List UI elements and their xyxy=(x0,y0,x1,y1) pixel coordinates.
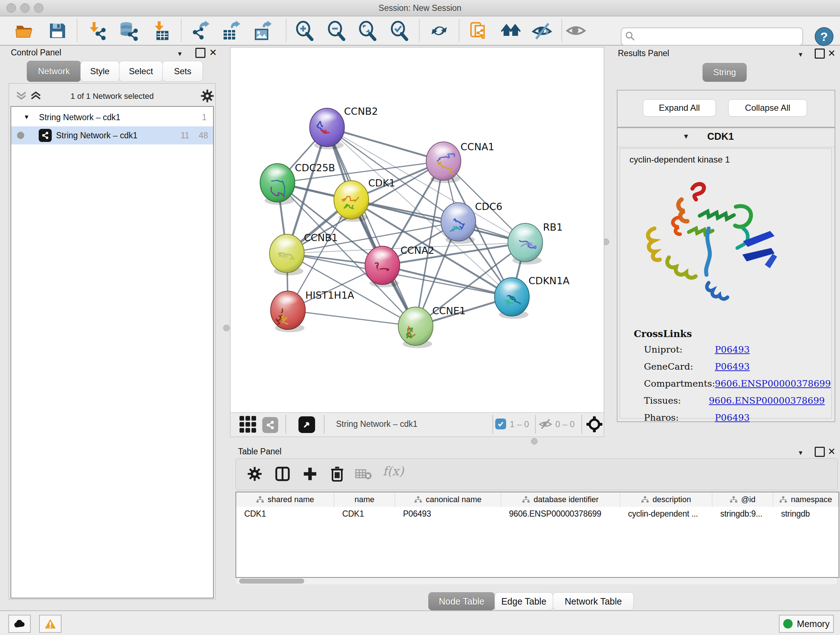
delete-column-trash-icon[interactable] xyxy=(329,464,345,483)
column-header-description[interactable]: description xyxy=(620,492,712,507)
node-CDK1[interactable] xyxy=(334,181,369,222)
crosslink-link[interactable]: 9606.ENSP00000378699 xyxy=(715,378,831,389)
toolbar-separator xyxy=(181,19,182,42)
table-panel-float-icon[interactable] xyxy=(815,447,825,457)
crosslink-link[interactable]: P06493 xyxy=(715,412,750,423)
title-bar: Session: New Session xyxy=(0,0,840,16)
crosslink-link[interactable]: 9606.ENSP00000378699 xyxy=(709,395,825,406)
hidden-count: 0 – 0 xyxy=(555,419,575,429)
column-header-label: @id xyxy=(741,495,755,504)
node-CDC25B[interactable] xyxy=(260,164,295,205)
table-settings-gear-icon[interactable] xyxy=(247,466,263,482)
column-header-canonical-name[interactable]: canonical name xyxy=(395,492,501,507)
results-panel-collapse-icon[interactable]: ▾ xyxy=(799,50,802,59)
table-panel-collapse-icon[interactable]: ▾ xyxy=(799,448,802,457)
toolbar-separator xyxy=(459,19,459,42)
node-CCNE1[interactable] xyxy=(398,307,433,348)
new-network-from-selection-icon[interactable] xyxy=(468,20,490,42)
horizontal-splitter-handle[interactable] xyxy=(531,438,538,445)
edge-CCNB2-CCNA1[interactable] xyxy=(327,127,444,161)
node-HIST1H1A[interactable] xyxy=(271,291,305,333)
save-session-icon[interactable] xyxy=(46,20,68,42)
gene-collapse-arrow-icon[interactable]: ▼ xyxy=(683,133,690,141)
apply-layout-icon[interactable] xyxy=(428,20,450,42)
control-panel-float-icon[interactable] xyxy=(195,48,205,58)
column-header--id[interactable]: @id xyxy=(712,492,773,507)
network-row-selected[interactable]: String Network – cdk1 11 48 xyxy=(11,126,213,144)
export-image-icon[interactable] xyxy=(252,20,273,42)
warnings-button[interactable] xyxy=(39,615,62,633)
column-header-label: name xyxy=(355,495,374,504)
node-CCNB2[interactable] xyxy=(309,108,344,149)
tab-network[interactable]: Network xyxy=(27,61,81,82)
scrollbar-thumb[interactable] xyxy=(239,578,304,584)
table-horizontal-scrollbar[interactable] xyxy=(236,578,837,584)
column-header-shared-name[interactable]: shared name xyxy=(236,492,334,507)
network-canvas[interactable]: CCNB2CCNA1CDC25BCDK1CDC6RB1CCNB1CCNA2CDK… xyxy=(230,47,604,413)
show-columns-icon[interactable] xyxy=(274,465,291,483)
network-options-gear-icon[interactable] xyxy=(200,89,215,103)
import-network-database-icon[interactable] xyxy=(118,20,139,42)
search-box xyxy=(621,27,803,46)
tab-select[interactable]: Select xyxy=(119,61,163,82)
column-header-namespace[interactable]: namespace xyxy=(773,492,838,507)
left-splitter-handle[interactable] xyxy=(223,325,230,331)
hidden-eye-icon[interactable] xyxy=(538,418,553,432)
node-CCNA2[interactable] xyxy=(365,246,400,287)
cloud-button[interactable] xyxy=(8,615,31,633)
tab-node-table[interactable]: Node Table xyxy=(428,592,495,610)
tab-network-table[interactable]: Network Table xyxy=(553,592,634,610)
crosslink-link[interactable]: P06493 xyxy=(715,344,750,355)
import-table-file-icon[interactable] xyxy=(151,20,173,42)
export-network-icon[interactable] xyxy=(189,20,211,42)
table-panel-close-icon[interactable]: ✕ xyxy=(828,446,836,457)
table-cell: stringdb:9... xyxy=(712,507,773,521)
node-RB1[interactable] xyxy=(508,223,543,264)
table-row[interactable]: CDK1CDK1P064939606.ENSP00000378699cyclin… xyxy=(236,507,838,521)
node-CCNA1[interactable] xyxy=(426,142,461,183)
column-header-database-identifier[interactable]: database identifier xyxy=(501,492,620,507)
expand-all-button[interactable]: Expand All xyxy=(643,99,716,117)
selected-checkbox-icon[interactable] xyxy=(495,418,506,429)
results-panel-close-icon[interactable]: ✕ xyxy=(828,48,836,59)
network-share-view-icon[interactable] xyxy=(262,417,278,433)
edge-CCNE1-HIST1H1A[interactable] xyxy=(288,310,416,326)
houses-icon[interactable] xyxy=(500,20,522,42)
control-panel-collapse-icon[interactable]: ▾ xyxy=(178,49,182,58)
tab-string[interactable]: String xyxy=(703,63,747,82)
table-cell: P06493 xyxy=(395,507,501,521)
open-in-window-icon[interactable] xyxy=(298,416,315,433)
fit-content-icon[interactable] xyxy=(357,20,378,42)
function-builder-fx: f(x) xyxy=(383,464,404,478)
tab-edge-table[interactable]: Edge Table xyxy=(494,592,553,610)
crosslink-link[interactable]: P06493 xyxy=(715,361,750,372)
results-panel-float-icon[interactable] xyxy=(815,49,825,59)
grid-view-icon[interactable] xyxy=(238,414,258,434)
node-CCNB1[interactable] xyxy=(270,234,304,276)
zoom-in-icon[interactable] xyxy=(294,20,316,42)
tab-style[interactable]: Style xyxy=(80,61,119,82)
add-column-plus-icon[interactable] xyxy=(302,465,318,483)
export-table-icon[interactable] xyxy=(220,20,242,42)
network-graph[interactable]: CCNB2CCNA1CDC25BCDK1CDC6RB1CCNB1CCNA2CDK… xyxy=(231,48,604,412)
zoom-out-icon[interactable] xyxy=(325,20,347,42)
show-all-eye-icon[interactable] xyxy=(565,20,587,42)
hide-selected-eye-icon[interactable] xyxy=(531,20,553,42)
node-CDKN1A[interactable] xyxy=(494,278,529,319)
open-session-icon[interactable] xyxy=(14,20,35,42)
node-CDC6[interactable] xyxy=(441,203,476,244)
memory-button[interactable]: Memory xyxy=(779,615,834,633)
gene-header-row[interactable]: ▼ CDK1 xyxy=(617,128,835,147)
collapse-all-button[interactable]: Collapse All xyxy=(728,99,807,117)
import-network-file-icon[interactable] xyxy=(86,20,108,42)
help-button[interactable]: ? xyxy=(815,27,834,46)
tree-expand-arrow-icon[interactable]: ▼ xyxy=(24,114,30,121)
search-input[interactable] xyxy=(638,29,799,43)
column-header-name[interactable]: name xyxy=(334,492,395,507)
network-node-count: 11 xyxy=(181,131,189,141)
tab-sets[interactable]: Sets xyxy=(163,61,203,82)
network-collection-row[interactable]: ▼ String Network – cdk1 1 xyxy=(11,108,213,126)
control-panel-close-icon[interactable]: ✕ xyxy=(209,47,217,58)
zoom-selected-icon[interactable] xyxy=(388,20,410,42)
birdseye-crosshair-icon[interactable] xyxy=(586,416,602,434)
